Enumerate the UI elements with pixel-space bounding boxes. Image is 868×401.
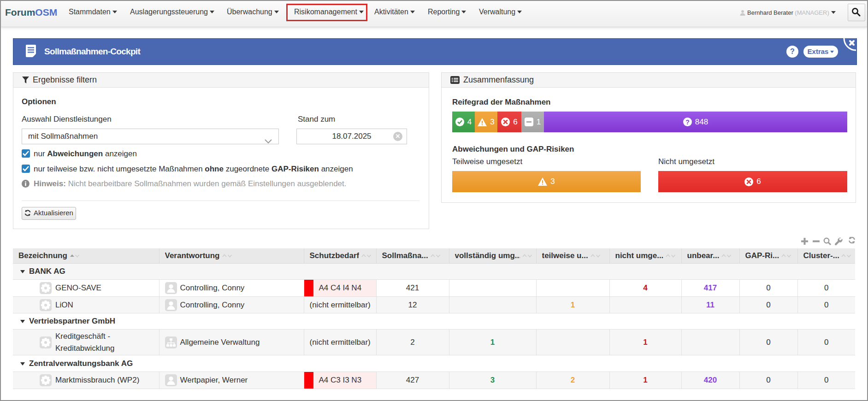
svg-text:?: ? — [685, 118, 690, 126]
